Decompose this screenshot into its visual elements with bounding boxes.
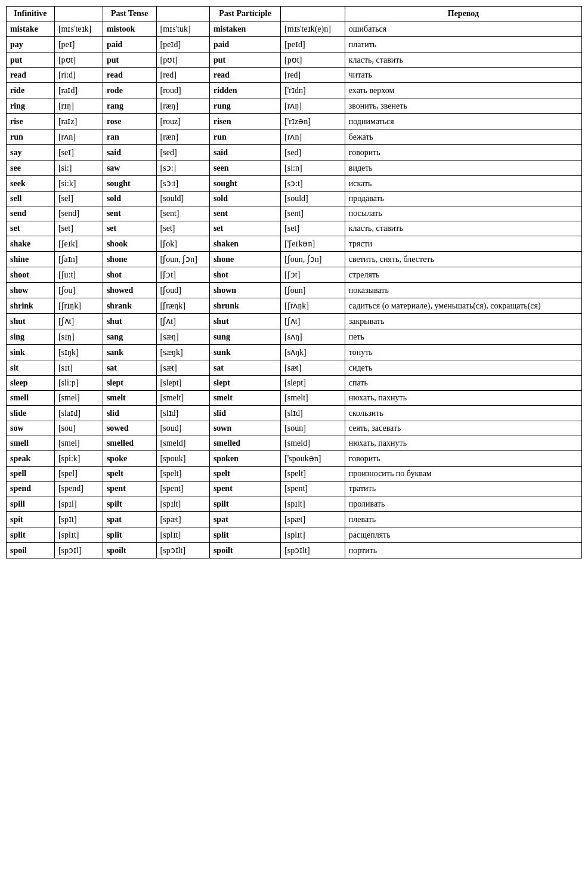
cell-phonetic-24: [smel] [54,391,103,406]
cell-phonetic-30: [spent] [281,482,345,496]
table-row: sell[sel]sold[sould]sold[sould]продавать [7,192,582,206]
cell-phonetic-10: [sɔ:t] [156,176,209,192]
cell-past-participle-31: spilt [209,496,280,512]
cell-phonetic-19: [ʃʌt] [281,314,345,329]
cell-past-participle-13: set [209,221,280,236]
cell-past-tense-16: shot [103,267,156,283]
cell-phonetic-26: [soun] [281,421,345,436]
cell-phonetic-14: ['ʃeɪkən] [281,236,345,252]
cell-past-tense-3: read [103,68,156,83]
cell-phonetic-9: [si:] [54,161,103,176]
cell-past-participle-30: spent [209,482,280,496]
cell-past-tense-5: rang [103,98,156,114]
table-row: spell[spel]spelt[spelt]spelt[spelt]произ… [7,467,582,482]
cell-phonetic-6: [raɪz] [54,114,103,129]
cell-phonetic-34: [spɔɪl] [54,543,103,558]
cell-infinitive-33: split [7,527,55,543]
table-row: rise[raɪz]rose[rouz]risen['rɪzən]поднима… [7,114,582,129]
cell-translation-10: искать [345,176,581,192]
cell-past-tense-29: spelt [103,467,156,482]
cell-past-participle-34: spoilt [209,543,280,558]
cell-past-tense-8: said [103,145,156,161]
cell-phonetic-21: [sʌŋk] [281,345,345,360]
cell-past-participle-26: sown [209,421,280,436]
cell-past-participle-23: slept [209,376,280,391]
cell-translation-7: бежать [345,129,581,145]
cell-phonetic-4: ['rɪdn] [281,83,345,98]
cell-past-participle-24: smelt [209,391,280,406]
cell-past-tense-1: paid [103,37,156,53]
table-row: speak[spi:k]spoke[spouk]spoken['spoukən]… [7,451,582,467]
cell-phonetic-16: [ʃɔt] [281,267,345,283]
cell-phonetic-29: [spelt] [281,467,345,482]
cell-infinitive-28: speak [7,451,55,467]
cell-past-participle-16: shot [209,267,280,283]
cell-past-tense-21: sank [103,345,156,360]
cell-past-tense-14: shook [103,236,156,252]
cell-phonetic-14: [ʃok] [156,236,209,252]
cell-phonetic-28: [spouk] [156,451,209,467]
cell-phonetic-27: [smeld] [156,436,209,451]
cell-phonetic-7: [rʌn] [54,129,103,145]
cell-phonetic-25: [slaɪd] [54,406,103,421]
cell-phonetic-0: [mɪs'teɪk] [54,21,103,37]
header-past-tense: Past Tense [103,7,156,21]
cell-phonetic-20: [sʌŋ] [281,329,345,345]
cell-phonetic-24: [smelt] [281,391,345,406]
cell-past-tense-26: sowed [103,421,156,436]
cell-phonetic-11: [sould] [156,192,209,206]
cell-infinitive-25: slide [7,406,55,421]
table-row: sleep[sli:p]slept[slept]slept[slept]спат… [7,376,582,391]
cell-phonetic-32: [spæt] [281,512,345,527]
cell-phonetic-33: [splɪt] [281,527,345,543]
cell-phonetic-15: [ʃoun, ʃɔn] [156,252,209,267]
cell-phonetic-5: [ræŋ] [156,98,209,114]
cell-translation-0: ошибаться [345,21,581,37]
cell-phonetic-15: [ʃaɪn] [54,252,103,267]
cell-infinitive-10: seek [7,176,55,192]
cell-infinitive-0: mistake [7,21,55,37]
cell-past-tense-24: smelt [103,391,156,406]
cell-phonetic-0: [mɪs'teɪk(e)n] [281,21,345,37]
cell-phonetic-19: [ʃʌt] [54,314,103,329]
table-row: read[ri:d]read[red]read[red]читать [7,68,582,83]
cell-infinitive-4: ride [7,83,55,98]
cell-translation-27: нюхать, пахнуть [345,436,581,451]
cell-phonetic-21: [sɪŋk] [54,345,103,360]
cell-translation-26: сеять, засевать [345,421,581,436]
cell-past-tense-12: sent [103,206,156,221]
table-row: spend[spend]spent[spent]spent[spent]трат… [7,482,582,496]
cell-past-tense-13: set [103,221,156,236]
cell-past-participle-12: sent [209,206,280,221]
header-translation: Перевод [345,7,581,21]
cell-translation-9: видеть [345,161,581,176]
cell-phonetic-18: [ʃræŋk] [156,298,209,314]
cell-past-participle-3: read [209,68,280,83]
cell-phonetic-19: [ʃʌt] [156,314,209,329]
cell-phonetic-29: [spelt] [156,467,209,482]
cell-infinitive-12: send [7,206,55,221]
table-row: spit[spɪt]spat[spæt]spat[spæt]плевать [7,512,582,527]
cell-phonetic-11: [sould] [281,192,345,206]
cell-past-tense-18: shrank [103,298,156,314]
cell-infinitive-34: spoil [7,543,55,558]
cell-phonetic-34: [spɔɪlt] [156,543,209,558]
cell-past-participle-11: sold [209,192,280,206]
cell-translation-15: светить, снять, блестеть [345,252,581,267]
table-row: smell[smel]smelt[smelt]smelt[smelt]нюхат… [7,391,582,406]
cell-phonetic-2: [pʊt] [54,53,103,68]
cell-past-participle-14: shaken [209,236,280,252]
cell-translation-28: говорить [345,451,581,467]
table-row: send[send]sent[sent]sent[sent]посылать [7,206,582,221]
cell-phonetic-8: [sed] [156,145,209,161]
cell-past-participle-18: shrunk [209,298,280,314]
table-row: slide[slaɪd]slid[slɪd]slid[slɪd]скользит… [7,406,582,421]
cell-past-participle-27: smelled [209,436,280,451]
cell-phonetic-13: [set] [156,221,209,236]
header-ph1 [54,7,103,21]
cell-phonetic-0: [mɪs'tuk] [156,21,209,37]
cell-phonetic-1: [peɪ] [54,37,103,53]
header-past-participle: Past Participle [209,7,280,21]
table-row: sing[sɪŋ]sang[sæŋ]sung[sʌŋ]петь [7,329,582,345]
cell-phonetic-7: [ræn] [156,129,209,145]
